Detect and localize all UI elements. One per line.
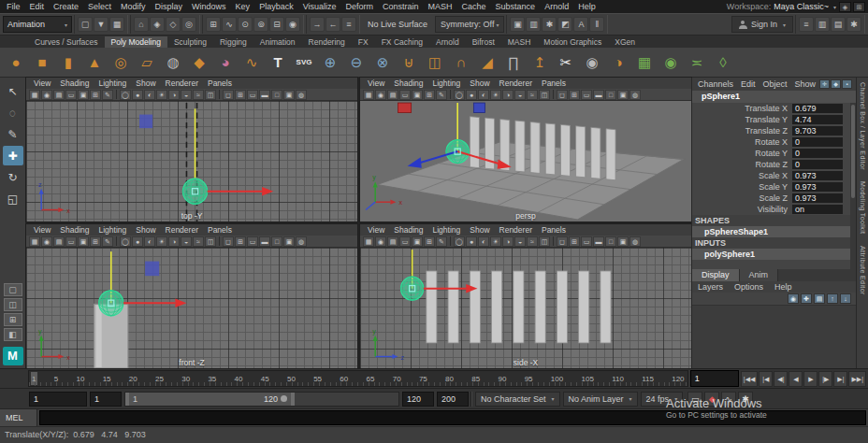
menu-cache[interactable]: Cache bbox=[457, 2, 491, 11]
menu-mash[interactable]: MASH bbox=[424, 2, 457, 11]
stair-boxes[interactable] bbox=[427, 271, 611, 343]
arnold-renderview-icon[interactable]: A bbox=[573, 17, 588, 32]
workspace-selector[interactable]: Workspace: Maya Classic~ ▾ ◈⊞ bbox=[727, 2, 868, 12]
viewport-menu-view[interactable]: View bbox=[363, 79, 389, 88]
wireframe-icon[interactable]: ◯ bbox=[120, 236, 131, 247]
character-set-dropdown[interactable]: No Character Set ▾ bbox=[475, 392, 560, 407]
workspace-layout-icon[interactable]: ⊞ bbox=[853, 2, 865, 12]
play-forward-button[interactable]: ▶ bbox=[803, 371, 817, 387]
range-handle-icon[interactable] bbox=[281, 395, 287, 402]
menu-substance[interactable]: Substance bbox=[491, 2, 541, 11]
grease-pencil-icon[interactable]: ✎ bbox=[102, 236, 113, 247]
lock-camera-icon[interactable]: ◉ bbox=[375, 90, 386, 100]
symmetry-icon[interactable]: ◫ bbox=[205, 236, 216, 247]
selected-sphere[interactable] bbox=[182, 179, 207, 204]
grease-pencil-icon[interactable]: ✎ bbox=[436, 90, 447, 100]
input-node-name[interactable]: polySphere1 bbox=[692, 249, 856, 260]
use-all-lights-icon[interactable]: ☀ bbox=[156, 236, 167, 247]
snap-to-point-icon[interactable]: ⊙ bbox=[238, 17, 253, 32]
channel-box-scrollbar[interactable] bbox=[850, 103, 856, 271]
selected-object-name[interactable]: pSphere1 bbox=[692, 91, 856, 103]
field-chart-icon[interactable]: ⊞ bbox=[235, 90, 246, 100]
2d-pan-zoom-icon[interactable]: ⊞ bbox=[424, 90, 435, 100]
menu-create[interactable]: Create bbox=[49, 2, 83, 11]
current-frame-field[interactable]: 1 bbox=[690, 370, 739, 387]
isolate-select-icon[interactable]: ◻ bbox=[557, 236, 568, 247]
lasso-tool[interactable]: ◌ bbox=[3, 103, 23, 122]
viewport-menu-view[interactable]: View bbox=[29, 79, 55, 88]
play-backward-button[interactable]: ◀ bbox=[788, 371, 803, 387]
channel-key-icon[interactable]: ◆ bbox=[831, 79, 841, 89]
blue-object[interactable] bbox=[473, 103, 485, 112]
channel-menu-channels[interactable]: Channels bbox=[694, 79, 737, 89]
shelf-tab-mash[interactable]: MASH bbox=[501, 36, 538, 48]
shelf-tab-fx-caching[interactable]: FX Caching bbox=[375, 36, 429, 48]
channel-value-field[interactable]: 0.973 bbox=[792, 171, 843, 180]
svg-tool-icon[interactable]: SVG bbox=[292, 50, 316, 75]
add-layer-from-selected-icon[interactable]: ▤ bbox=[814, 293, 825, 304]
viewport-menu-renderer[interactable]: Renderer bbox=[495, 225, 537, 235]
viewport-menu-panels[interactable]: Panels bbox=[203, 79, 237, 88]
viewport-menu-show[interactable]: Show bbox=[465, 225, 494, 235]
shadows-icon[interactable]: ◑ bbox=[168, 90, 180, 100]
image-plane-icon[interactable]: ▣ bbox=[412, 236, 423, 247]
viewport-top[interactable]: ViewShadingLightingShowRendererPanels ▦◉… bbox=[26, 78, 357, 222]
single-pane-layout[interactable]: ▢ bbox=[4, 283, 22, 296]
combine-icon[interactable]: ⊎ bbox=[397, 50, 421, 75]
workspace-lock-icon[interactable]: ◈ bbox=[839, 2, 851, 12]
gate-mask-icon[interactable]: ▬ bbox=[259, 90, 270, 100]
wireframe-icon[interactable]: ◯ bbox=[454, 236, 465, 247]
channel-value-field[interactable]: 0.973 bbox=[792, 182, 843, 192]
boolean-intersection-icon[interactable]: ⊗ bbox=[370, 50, 395, 75]
2d-pan-zoom-icon[interactable]: ⊞ bbox=[90, 236, 101, 247]
speech-bubble-icon[interactable]: ▭ bbox=[687, 392, 702, 407]
menu-playback[interactable]: Playback bbox=[254, 2, 298, 11]
red-object[interactable] bbox=[398, 103, 411, 112]
step-back-key-button[interactable]: |◀ bbox=[759, 371, 773, 387]
target-weld-icon[interactable]: ◉ bbox=[580, 50, 604, 75]
rotate-tool[interactable]: ↻ bbox=[3, 167, 23, 187]
playback-end-field[interactable]: 120 bbox=[402, 392, 434, 407]
type-tool-icon[interactable]: T bbox=[266, 50, 290, 75]
make-live-icon[interactable]: ◉ bbox=[658, 50, 683, 75]
channel-menu-edit[interactable]: Edit bbox=[737, 79, 760, 89]
new-scene-icon[interactable]: ▢ bbox=[78, 17, 93, 32]
motion-blur-icon[interactable]: ≈ bbox=[193, 90, 204, 100]
bookmark-icon[interactable]: ▭ bbox=[399, 90, 411, 100]
snap-to-curve-icon[interactable]: ∿ bbox=[222, 17, 237, 32]
motion-blur-icon[interactable]: ≈ bbox=[193, 236, 204, 247]
construction-history-icon[interactable]: ≡ bbox=[341, 17, 356, 32]
channel-value-field[interactable]: 0.973 bbox=[792, 193, 843, 203]
viewport-menu-renderer[interactable]: Renderer bbox=[495, 79, 537, 88]
shadows-icon[interactable]: ◑ bbox=[502, 236, 514, 247]
time-slider[interactable]: 1510152025303540455055606570758085909510… bbox=[28, 370, 688, 387]
isolate-select-icon[interactable]: ◻ bbox=[223, 90, 234, 100]
auto-key-icon[interactable]: ◆ bbox=[704, 392, 719, 407]
render-settings-icon[interactable]: ✱ bbox=[542, 17, 557, 32]
range-slider[interactable]: 1 120 bbox=[124, 392, 399, 407]
shelf-tab-arnold[interactable]: Arnold bbox=[429, 36, 466, 48]
resolution-gate-icon[interactable]: ▭ bbox=[581, 90, 592, 100]
ambient-occlusion-icon[interactable]: ◒ bbox=[514, 236, 526, 247]
two-pane-layout[interactable]: ◫ bbox=[4, 298, 22, 311]
shelf-tab-sculpting[interactable]: Sculpting bbox=[167, 36, 213, 48]
field-chart-icon[interactable]: ⊞ bbox=[569, 236, 580, 247]
channel-box-toggle-icon[interactable]: ▥ bbox=[815, 17, 830, 32]
select-by-component-icon[interactable]: ◇ bbox=[166, 17, 181, 32]
viewport-menu-renderer[interactable]: Renderer bbox=[161, 225, 203, 235]
outliner-toggle-icon[interactable]: ≡ bbox=[799, 17, 814, 32]
motion-blur-icon[interactable]: ≈ bbox=[527, 90, 538, 100]
viewport-front-canvas[interactable]: x y front -Z bbox=[26, 248, 357, 368]
safe-title-icon[interactable]: ▣ bbox=[283, 236, 295, 247]
shelf-tab-rendering[interactable]: Rendering bbox=[302, 36, 352, 48]
poly-platonic-icon[interactable]: ◆ bbox=[187, 50, 211, 75]
viewport-menu-panels[interactable]: Panels bbox=[537, 79, 571, 88]
animation-start-field[interactable]: 1 bbox=[29, 392, 87, 407]
menu-visualize[interactable]: Visualize bbox=[298, 2, 341, 11]
gate-mask-icon[interactable]: ▬ bbox=[593, 236, 604, 247]
shelf-tab-bifrost[interactable]: Bifrost bbox=[466, 36, 501, 48]
safe-action-icon[interactable]: □ bbox=[605, 236, 616, 247]
default-tangent-icon[interactable]: ∿ bbox=[721, 392, 736, 407]
symmetry-icon[interactable]: ◫ bbox=[539, 236, 550, 247]
step-forward-key-button[interactable]: ▶| bbox=[833, 371, 847, 387]
